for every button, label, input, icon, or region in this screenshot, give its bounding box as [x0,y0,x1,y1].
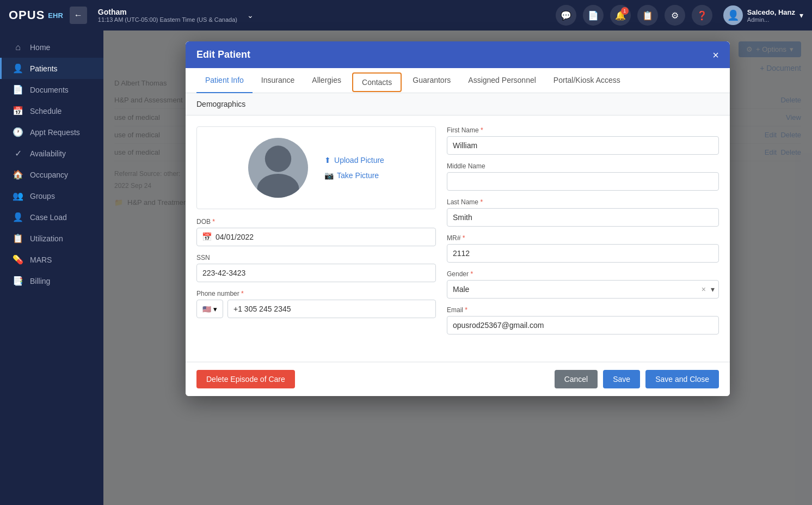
sidebar-label-utilization: Utilization [30,234,63,243]
tab-portal-kiosk[interactable]: Portal/Kiosk Access [545,68,629,93]
tab-patient-info[interactable]: Patient Info [196,68,253,93]
save-close-button[interactable]: Save and Close [645,370,719,388]
dropdown-chevron-icon: ▾ [213,305,217,313]
schedule-icon: 📅 [13,106,23,116]
save-button[interactable]: Save [603,370,640,388]
document-icon-button[interactable]: 📄 [583,5,604,26]
clipboard-icon-button[interactable]: 📋 [637,5,658,26]
groups-icon: 👥 [13,191,23,201]
avatar: 👤 [723,5,743,25]
sidebar-label-caseload: Case Load [30,213,67,222]
gender-clear-icon[interactable]: × [702,285,706,294]
sidebar-item-billing[interactable]: 📑 Billing [0,270,103,291]
first-name-group: First Name * [447,126,719,155]
ssn-label: SSN [196,254,436,261]
tab-guarantors[interactable]: Guarantors [404,68,459,93]
sidebar-label-appt: Appt Requests [30,128,80,137]
logo-subtitle: EHR [48,11,63,20]
tab-insurance[interactable]: Insurance [253,68,303,93]
back-button[interactable]: ← [70,7,87,24]
sidebar-item-home[interactable]: ⌂ Home [0,37,103,58]
phone-flag-button[interactable]: 🇺🇸 ▾ [196,300,223,318]
sidebar-item-occupancy[interactable]: 🏠 Occupancy [0,164,103,185]
phone-group: Phone number * 🇺🇸 ▾ [196,290,436,318]
sidebar-label-patients: Patients [30,64,58,73]
svg-point-0 [265,145,291,172]
chat-icon-button[interactable]: 💬 [556,5,576,26]
modal-tabs: Patient Info Insurance Allergies Contact… [186,68,730,93]
tab-contacts[interactable]: Contacts [352,72,402,92]
sidebar-label-home: Home [30,43,50,52]
sidebar-item-utilization[interactable]: 📋 Utilization [0,228,103,249]
mr-number-input[interactable] [447,244,719,263]
location-info: Gotham 11:13 AM (UTC-05:00) Eastern Time… [98,8,237,23]
sidebar-label-documents: Documents [30,86,69,94]
first-name-input[interactable] [447,136,719,155]
photo-actions: ⬆ Upload Picture 📷 Take Picture [324,156,384,180]
gender-group: Gender * Male Female Other Unknown [447,270,719,299]
photo-section: ⬆ Upload Picture 📷 Take Picture [196,126,436,209]
email-label: Email * [447,306,719,314]
user-role: Admin... [747,16,795,23]
photo-and-names-row: ⬆ Upload Picture 📷 Take Picture [196,126,719,342]
svg-point-1 [257,174,299,198]
tab-assigned-personnel[interactable]: Assigned Personnel [459,68,545,93]
email-input[interactable] [447,316,719,334]
modal-title: Edit Patient [196,49,250,60]
sidebar-item-mars[interactable]: 💊 MARS [0,249,103,270]
modal-body: Demographics [186,93,730,362]
calendar-icon: 📅 [202,232,212,242]
appt-icon: 🕐 [13,127,23,137]
gear-icon-button[interactable]: ⚙ [665,5,685,26]
section-header: Demographics [186,93,730,115]
sidebar-item-documents[interactable]: 📄 Documents [0,79,103,100]
last-name-group: Last Name * [447,198,719,227]
sidebar-item-case-load[interactable]: 👤 Case Load [0,206,103,228]
mr-number-label: MR# * [447,234,719,242]
documents-icon: 📄 [13,84,23,95]
upload-icon: ⬆ [324,156,331,165]
dob-input-wrapper: 📅 [196,228,436,246]
tab-allergies[interactable]: Allergies [303,68,350,93]
sidebar-item-patients[interactable]: 👤 Patients [0,58,103,79]
take-picture-button[interactable]: 📷 Take Picture [324,171,384,180]
utilization-icon: 📋 [13,233,23,244]
mars-icon: 💊 [13,254,23,265]
gender-select[interactable]: Male Female Other Unknown [447,280,719,299]
last-name-input[interactable] [447,208,719,227]
dob-input[interactable] [196,228,436,246]
ssn-input[interactable] [196,264,436,282]
phone-input[interactable] [227,300,436,318]
location-time: 11:13 AM (UTC-05:00) Eastern Time (US & … [98,16,237,23]
sidebar-label-groups: Groups [30,192,55,200]
upload-picture-button[interactable]: ⬆ Upload Picture [324,156,384,165]
sidebar-item-schedule[interactable]: 📅 Schedule [0,100,103,121]
availability-icon: ✓ [13,148,23,159]
sidebar-item-groups[interactable]: 👥 Groups [0,185,103,206]
photo-section-col: ⬆ Upload Picture 📷 Take Picture [196,126,436,342]
patient-avatar [248,138,308,198]
sidebar: ⌂ Home 👤 Patients 📄 Documents 📅 Schedule… [0,31,103,505]
middle-name-input[interactable] [447,172,719,191]
logo-name: OPUS [9,8,45,22]
modal-header: Edit Patient × [186,41,730,68]
phone-input-group: 🇺🇸 ▾ [196,300,436,318]
sidebar-label-schedule: Schedule [30,107,61,115]
patients-icon: 👤 [13,63,23,74]
cancel-button[interactable]: Cancel [555,370,598,388]
email-group: Email * [447,306,719,334]
help-icon-button[interactable]: ❓ [692,5,712,26]
bell-icon-button[interactable]: 🔔 1 [610,5,631,26]
dob-label: DOB * [196,218,436,226]
form-area: ⬆ Upload Picture 📷 Take Picture [186,115,730,362]
location-chevron-icon[interactable]: ⌄ [247,11,254,20]
user-menu[interactable]: 👤 Salcedo, Hanz Admin... ▾ [723,5,803,25]
gender-select-wrapper: Male Female Other Unknown × ▾ [447,280,719,299]
user-chevron-icon: ▾ [799,11,803,20]
delete-episode-button[interactable]: Delete Episode of Care [196,370,295,388]
modal-close-button[interactable]: × [712,50,719,60]
last-name-label: Last Name * [447,198,719,206]
sidebar-label-occupancy: Occupancy [30,171,68,179]
sidebar-item-availability[interactable]: ✓ Availability [0,143,103,164]
sidebar-item-appt-requests[interactable]: 🕐 Appt Requests [0,121,103,143]
